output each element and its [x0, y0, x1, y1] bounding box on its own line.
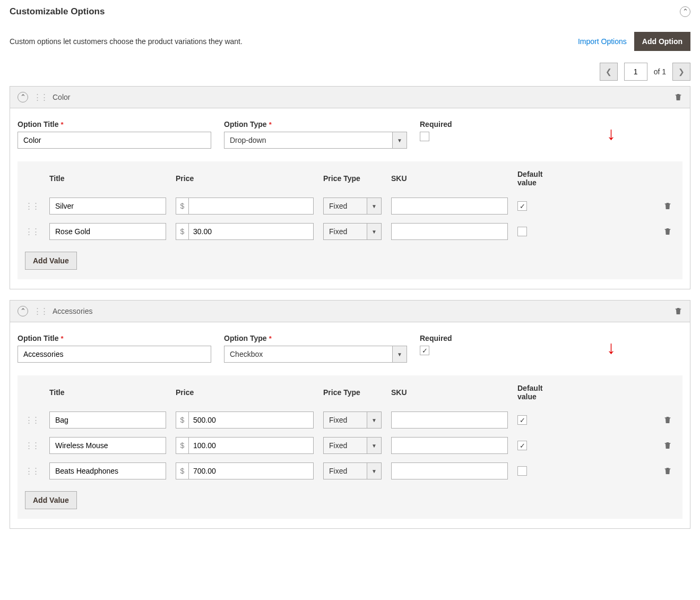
collapse-option-icon[interactable]: ⌃: [18, 92, 28, 102]
default-value-checkbox[interactable]: [517, 227, 527, 236]
value-sku-input[interactable]: [391, 198, 508, 215]
value-row: ⋮⋮ $ Fixed ▼ ✓: [25, 433, 675, 458]
option-title-input[interactable]: [18, 346, 211, 363]
value-row: ⋮⋮ $ Fixed ▼: [25, 219, 675, 244]
option-type-select[interactable]: Drop-down ▼: [224, 132, 407, 149]
section-title: Customizable Options: [10, 6, 105, 17]
price-type-select[interactable]: Fixed ▼: [323, 412, 382, 428]
value-price-input[interactable]: [188, 412, 314, 428]
col-default-value: Default value: [517, 170, 556, 187]
chevron-down-icon[interactable]: ▼: [367, 198, 382, 215]
currency-symbol: $: [176, 198, 188, 215]
delete-value-icon[interactable]: [663, 441, 672, 450]
chevron-down-icon[interactable]: ▼: [367, 462, 382, 479]
chevron-down-icon[interactable]: ▼: [367, 223, 382, 240]
next-page-button[interactable]: ❯: [672, 63, 690, 81]
import-options-link[interactable]: Import Options: [578, 37, 627, 46]
drag-handle-icon[interactable]: ⋮⋮: [33, 92, 47, 102]
currency-symbol: $: [176, 462, 188, 479]
value-sku-input[interactable]: [391, 437, 508, 454]
drag-handle-icon[interactable]: ⋮⋮: [33, 306, 47, 316]
currency-symbol: $: [176, 223, 188, 240]
delete-value-icon[interactable]: [663, 201, 672, 211]
value-title-input[interactable]: [49, 223, 166, 240]
page-of-label: of 1: [654, 67, 666, 76]
default-value-checkbox[interactable]: ✓: [517, 441, 527, 450]
col-price-type: Price Type: [323, 388, 382, 397]
drag-handle-icon[interactable]: ⋮⋮: [25, 227, 40, 236]
option-type-label: Option Type*: [224, 334, 407, 342]
option-title-label: Option Title*: [18, 334, 211, 342]
delete-option-icon[interactable]: [674, 92, 682, 102]
collapse-option-icon[interactable]: ⌃: [18, 306, 28, 316]
chevron-down-icon[interactable]: ▼: [367, 412, 382, 428]
col-price: Price: [176, 174, 314, 183]
default-value-checkbox[interactable]: ✓: [517, 415, 527, 425]
required-label: Required: [420, 334, 452, 342]
option-card: ⌃ ⋮⋮ Accessories Option Title* Option Ty…: [10, 300, 690, 529]
value-price-input[interactable]: [188, 462, 314, 479]
option-card-title: Accessories: [53, 307, 92, 315]
default-value-checkbox[interactable]: ✓: [517, 201, 527, 211]
value-price-input[interactable]: [188, 198, 314, 215]
page-input[interactable]: [624, 63, 647, 81]
col-sku: SKU: [391, 174, 508, 183]
required-checkbox[interactable]: [420, 132, 429, 141]
price-type-select[interactable]: Fixed ▼: [323, 223, 382, 240]
option-title-label: Option Title*: [18, 120, 211, 128]
delete-value-icon[interactable]: [663, 466, 672, 476]
delete-value-icon[interactable]: [663, 227, 672, 236]
add-option-button[interactable]: Add Option: [634, 32, 690, 51]
value-row: ⋮⋮ $ Fixed ▼ ✓: [25, 407, 675, 433]
option-title-input[interactable]: [18, 132, 211, 149]
prev-page-button[interactable]: ❮: [600, 63, 618, 81]
drag-handle-icon[interactable]: ⋮⋮: [25, 201, 40, 211]
collapse-section-icon[interactable]: ⌃: [680, 6, 690, 17]
drag-handle-icon[interactable]: ⋮⋮: [25, 466, 40, 476]
value-title-input[interactable]: [49, 198, 166, 215]
col-title: Title: [49, 174, 166, 183]
col-title: Title: [49, 388, 166, 397]
drag-handle-icon[interactable]: ⋮⋮: [25, 415, 40, 425]
add-value-button[interactable]: Add Value: [25, 491, 77, 509]
chevron-down-icon[interactable]: ▼: [367, 437, 382, 454]
default-value-checkbox[interactable]: [517, 466, 527, 476]
value-price-input[interactable]: [188, 223, 314, 240]
option-type-label: Option Type*: [224, 120, 407, 128]
delete-option-icon[interactable]: [674, 306, 682, 316]
chevron-down-icon[interactable]: ▼: [392, 346, 407, 363]
add-value-button[interactable]: Add Value: [25, 252, 77, 270]
value-sku-input[interactable]: [391, 462, 508, 479]
price-type-select[interactable]: Fixed ▼: [323, 198, 382, 215]
drag-handle-icon[interactable]: ⋮⋮: [25, 441, 40, 450]
price-type-select[interactable]: Fixed ▼: [323, 437, 382, 454]
col-sku: SKU: [391, 388, 508, 397]
value-title-input[interactable]: [49, 462, 166, 479]
delete-value-icon[interactable]: [663, 415, 672, 425]
col-default-value: Default value: [517, 384, 556, 401]
col-price-type: Price Type: [323, 174, 382, 183]
value-title-input[interactable]: [49, 437, 166, 454]
value-row: ⋮⋮ $ Fixed ▼ ✓: [25, 193, 675, 219]
value-price-input[interactable]: [188, 437, 314, 454]
price-type-select[interactable]: Fixed ▼: [323, 462, 382, 479]
required-checkbox[interactable]: ✓: [420, 346, 429, 355]
col-price: Price: [176, 388, 314, 397]
required-label: Required: [420, 120, 452, 128]
currency-symbol: $: [176, 437, 188, 454]
value-sku-input[interactable]: [391, 223, 508, 240]
value-title-input[interactable]: [49, 412, 166, 428]
option-type-select[interactable]: Checkbox ▼: [224, 346, 407, 363]
section-description: Custom options let customers choose the …: [10, 37, 243, 46]
option-card-title: Color: [53, 93, 70, 101]
value-sku-input[interactable]: [391, 412, 508, 428]
value-row: ⋮⋮ $ Fixed ▼: [25, 458, 675, 484]
currency-symbol: $: [176, 412, 188, 428]
option-card: ⌃ ⋮⋮ Color Option Title* Option Type* Dr…: [10, 86, 690, 289]
chevron-down-icon[interactable]: ▼: [392, 132, 407, 149]
